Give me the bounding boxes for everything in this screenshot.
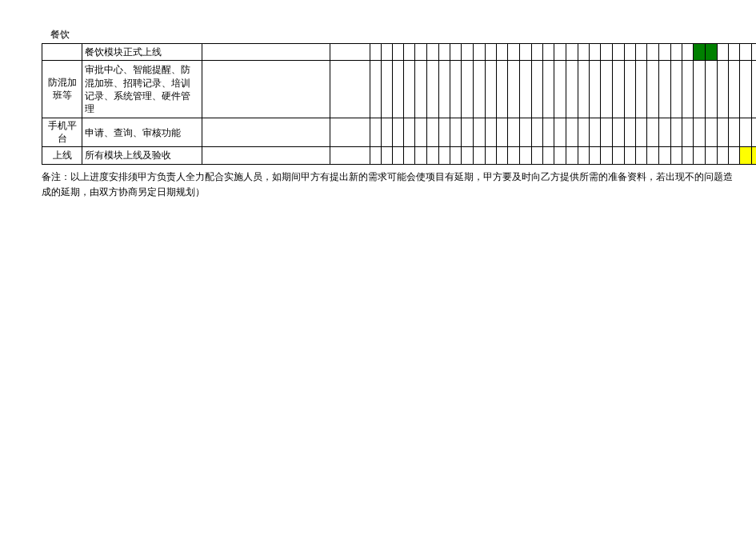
gantt-cell [415, 118, 427, 147]
gantt-cell [613, 118, 625, 147]
gantt-cell [497, 118, 508, 147]
gantt-cell [404, 61, 415, 118]
gantt-cell [520, 61, 532, 118]
header-row: 餐饮 [42, 27, 742, 43]
gantt-cell [508, 147, 520, 164]
table-row: 餐饮模块正式上线 [42, 44, 757, 61]
gantt-cell [393, 118, 404, 147]
gantt-cell [729, 118, 740, 147]
table-row: 上线 所有模块上线及验收 [42, 147, 757, 164]
gantt-cell [427, 61, 439, 118]
gantt-cell [694, 118, 706, 147]
gantt-cell [636, 118, 647, 147]
gantt-cell [752, 44, 757, 61]
gantt-cell [601, 61, 613, 118]
gantt-cell [647, 61, 659, 118]
gantt-cell [393, 147, 404, 164]
gantt-cell [740, 61, 752, 118]
cell-empty [330, 147, 370, 164]
gantt-cell [613, 147, 625, 164]
gantt-cell [740, 118, 752, 147]
gantt-cell [718, 61, 729, 118]
gantt-cell [625, 61, 636, 118]
gantt-cell [566, 147, 578, 164]
gantt-cell [694, 61, 706, 118]
cell-empty [330, 118, 370, 147]
gantt-cell [370, 61, 382, 118]
gantt-cell [543, 118, 554, 147]
gantt-cell [450, 147, 462, 164]
gantt-cell [671, 147, 682, 164]
gantt-cell [647, 118, 659, 147]
gantt-cell [706, 118, 718, 147]
gantt-cell [554, 118, 566, 147]
cell-empty [202, 147, 330, 164]
gantt-cell [486, 44, 497, 61]
gantt-cell [486, 61, 497, 118]
gantt-cell [497, 147, 508, 164]
gantt-cell [590, 44, 601, 61]
gantt-cell [543, 61, 554, 118]
gantt-cell [415, 44, 427, 61]
gantt-cell [729, 61, 740, 118]
gantt-cell [554, 147, 566, 164]
cell-task: 审批中心、智能提醒、防混加班、招聘记录、培训记录、系统管理、硬件管理 [82, 61, 202, 118]
gantt-cell [439, 61, 450, 118]
gantt-cell [729, 147, 740, 164]
gantt-cell [382, 44, 393, 61]
gantt-cell-filled [740, 147, 752, 164]
gantt-cell [370, 44, 382, 61]
gantt-cell [497, 61, 508, 118]
gantt-cell [578, 44, 590, 61]
gantt-cell [382, 61, 393, 118]
gantt-cell [532, 147, 543, 164]
gantt-cell [462, 118, 474, 147]
gantt-cell [450, 44, 462, 61]
gantt-cell [659, 61, 671, 118]
cell-category: 上线 [42, 147, 82, 164]
gantt-cell [404, 147, 415, 164]
gantt-cell [601, 44, 613, 61]
gantt-cell [370, 147, 382, 164]
gantt-cell [671, 118, 682, 147]
cell-category: 手机平台 [42, 118, 82, 147]
gantt-cell-filled [706, 44, 718, 61]
gantt-table: 餐饮模块正式上线 防混加班等 审批中心、智能提醒、防混加班、招聘记录、培训记录、… [42, 43, 756, 165]
gantt-cell [625, 118, 636, 147]
gantt-cell [671, 44, 682, 61]
gantt-cell [578, 118, 590, 147]
gantt-cell [659, 147, 671, 164]
gantt-cell [543, 44, 554, 61]
gantt-cell [462, 44, 474, 61]
gantt-cell [682, 118, 694, 147]
gantt-cell [694, 147, 706, 164]
gantt-cell [450, 118, 462, 147]
gantt-cell [497, 44, 508, 61]
gantt-cell [370, 118, 382, 147]
gantt-cell [590, 147, 601, 164]
gantt-cell [647, 44, 659, 61]
gantt-cell [474, 118, 486, 147]
cell-category: 防混加班等 [42, 61, 82, 118]
gantt-cell [486, 118, 497, 147]
gantt-cell [520, 118, 532, 147]
gantt-cell [671, 61, 682, 118]
gantt-cell [636, 44, 647, 61]
gantt-cell [636, 147, 647, 164]
gantt-cell [578, 61, 590, 118]
gantt-cell [382, 118, 393, 147]
gantt-cell [439, 118, 450, 147]
gantt-cell [752, 118, 757, 147]
gantt-cell [729, 44, 740, 61]
gantt-cell [450, 61, 462, 118]
gantt-cell [590, 118, 601, 147]
gantt-cell [613, 61, 625, 118]
gantt-cell [520, 147, 532, 164]
gantt-cell [532, 61, 543, 118]
gantt-cell [462, 147, 474, 164]
gantt-cell [427, 147, 439, 164]
gantt-cell [659, 44, 671, 61]
gantt-cell [427, 44, 439, 61]
gantt-cell [566, 61, 578, 118]
gantt-cell [578, 147, 590, 164]
